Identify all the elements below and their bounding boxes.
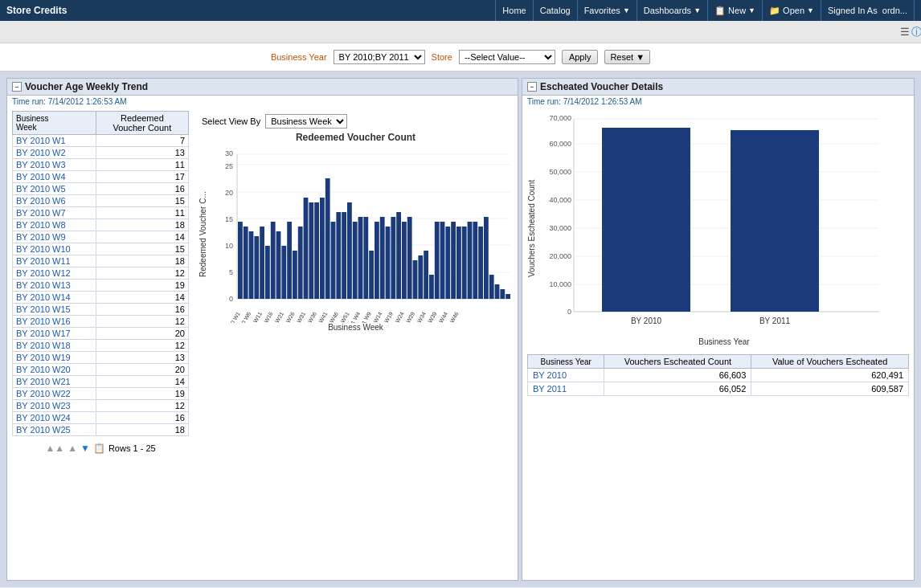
table-row-week[interactable]: BY 2010 W7 <box>13 207 96 219</box>
bar-item[interactable] <box>254 236 259 299</box>
page-export-icon[interactable]: 📋 <box>93 443 105 454</box>
bar-item[interactable] <box>342 212 346 299</box>
table-row-week[interactable]: BY 2010 W14 <box>13 292 96 304</box>
bar-item[interactable] <box>435 222 440 299</box>
nav-dashboards[interactable]: Dashboards ▼ <box>637 0 708 21</box>
table-row-week[interactable]: BY 2010 W22 <box>13 388 96 400</box>
reset-button[interactable]: Reset ▼ <box>604 50 650 64</box>
bar-item[interactable] <box>271 222 276 299</box>
bar-item[interactable] <box>369 251 374 299</box>
bar-item[interactable] <box>462 227 467 299</box>
toolbar-icon-1[interactable]: ☰ ⓘ <box>900 27 915 38</box>
left-panel-toggle[interactable]: − <box>12 82 22 92</box>
page-next-icon[interactable]: ▼ <box>80 443 90 454</box>
page-first-icon[interactable]: ▲▲ <box>45 443 64 454</box>
table-row-week[interactable]: BY 2010 W8 <box>13 219 96 231</box>
bar-item[interactable] <box>375 222 379 299</box>
bar-item[interactable] <box>478 227 483 299</box>
table-row-week[interactable]: BY 2010 W9 <box>13 231 96 243</box>
bar-item[interactable] <box>506 294 510 299</box>
bar-item[interactable] <box>413 260 418 299</box>
bar-item[interactable] <box>386 227 391 299</box>
bar-item[interactable] <box>276 231 281 299</box>
summary-row-year[interactable]: BY 2011 <box>528 382 604 396</box>
summary-row-year[interactable]: BY 2010 <box>528 369 604 382</box>
bar-2011[interactable] <box>731 130 819 312</box>
nav-catalog[interactable]: Catalog <box>534 0 578 21</box>
bar-item[interactable] <box>336 212 341 299</box>
table-row-week[interactable]: BY 2010 W18 <box>13 340 96 352</box>
bar-item[interactable] <box>440 222 445 299</box>
bar-item[interactable] <box>495 284 500 299</box>
right-panel-toggle[interactable]: − <box>527 82 537 92</box>
table-row-week[interactable]: BY 2010 W5 <box>13 183 96 195</box>
table-row-week[interactable]: BY 2010 W15 <box>13 304 96 316</box>
bar-item[interactable] <box>402 222 407 299</box>
bar-item[interactable] <box>418 255 423 299</box>
bar-item[interactable] <box>331 222 336 299</box>
bar-item[interactable] <box>244 227 248 299</box>
bar-item[interactable] <box>249 231 254 299</box>
nav-open[interactable]: 📁 Open ▼ <box>763 0 821 21</box>
table-row-week[interactable]: BY 2010 W23 <box>13 400 96 412</box>
bar-item[interactable] <box>358 217 363 299</box>
bar-item[interactable] <box>484 217 489 299</box>
table-row-week[interactable]: BY 2010 W12 <box>13 267 96 280</box>
bar-item[interactable] <box>347 202 352 299</box>
bar-2010[interactable] <box>602 128 690 312</box>
bar-item[interactable] <box>353 222 358 299</box>
bar-item[interactable] <box>396 212 401 299</box>
business-year-select[interactable]: BY 2010;BY 2011 <box>334 50 425 64</box>
bar-item[interactable] <box>500 289 505 299</box>
table-row-week[interactable]: BY 2010 W10 <box>13 243 96 255</box>
table-row-week[interactable]: BY 2010 W20 <box>13 364 96 376</box>
bar-item[interactable] <box>429 275 434 299</box>
table-row-week[interactable]: BY 2010 W6 <box>13 195 96 207</box>
bar-item[interactable] <box>309 202 313 299</box>
bar-item[interactable] <box>445 227 450 299</box>
table-row-week[interactable]: BY 2010 W13 <box>13 280 96 292</box>
table-row-week[interactable]: BY 2010 W16 <box>13 316 96 328</box>
table-row-count: 15 <box>96 195 188 207</box>
table-row-week[interactable]: BY 2010 W17 <box>13 328 96 340</box>
bar-item[interactable] <box>424 251 428 299</box>
page-prev-icon[interactable]: ▲ <box>68 443 77 454</box>
left-panel-header: − Voucher Age Weekly Trend <box>7 79 518 96</box>
nav-new[interactable]: 📋 New ▼ <box>708 0 763 21</box>
apply-button[interactable]: Apply <box>562 50 599 64</box>
nav-favorites[interactable]: Favorites ▼ <box>578 0 637 21</box>
table-row-week[interactable]: BY 2010 W3 <box>13 159 96 171</box>
table-row-week[interactable]: BY 2010 W11 <box>13 255 96 267</box>
bar-item[interactable] <box>304 198 309 299</box>
view-by-select[interactable]: Business Week Business Year <box>265 114 347 129</box>
bar-item[interactable] <box>325 178 330 299</box>
bar-item[interactable] <box>473 222 477 299</box>
table-row-week[interactable]: BY 2010 W1 <box>13 135 96 147</box>
table-row-week[interactable]: BY 2010 W19 <box>13 352 96 364</box>
nav-home[interactable]: Home <box>495 0 533 21</box>
bar-item[interactable] <box>238 222 243 299</box>
bar-item[interactable] <box>489 275 494 299</box>
bar-item[interactable] <box>456 227 461 299</box>
bar-item[interactable] <box>451 222 456 299</box>
bar-item[interactable] <box>391 217 395 299</box>
bar-item[interactable] <box>293 251 297 299</box>
bar-item[interactable] <box>407 217 412 299</box>
bar-item[interactable] <box>298 227 303 299</box>
table-row-week[interactable]: BY 2010 W25 <box>13 424 96 436</box>
bar-item[interactable] <box>287 222 292 299</box>
table-row-week[interactable]: BY 2010 W21 <box>13 376 96 388</box>
bar-item[interactable] <box>320 198 325 299</box>
bar-item[interactable] <box>363 217 368 299</box>
table-row-week[interactable]: BY 2010 W2 <box>13 147 96 159</box>
bar-item[interactable] <box>260 227 264 299</box>
bar-item[interactable] <box>380 217 385 299</box>
table-row-week[interactable]: BY 2010 W24 <box>13 412 96 424</box>
bar-item[interactable] <box>468 222 473 299</box>
table-row-week[interactable]: BY 2010 W4 <box>13 171 96 183</box>
bar-item[interactable] <box>281 246 286 299</box>
chart-wrapper: Select View By Business Week Business Ye… <box>194 108 518 457</box>
store-select[interactable]: --Select Value-- <box>459 50 555 64</box>
bar-item[interactable] <box>314 202 319 299</box>
bar-item[interactable] <box>265 246 270 299</box>
